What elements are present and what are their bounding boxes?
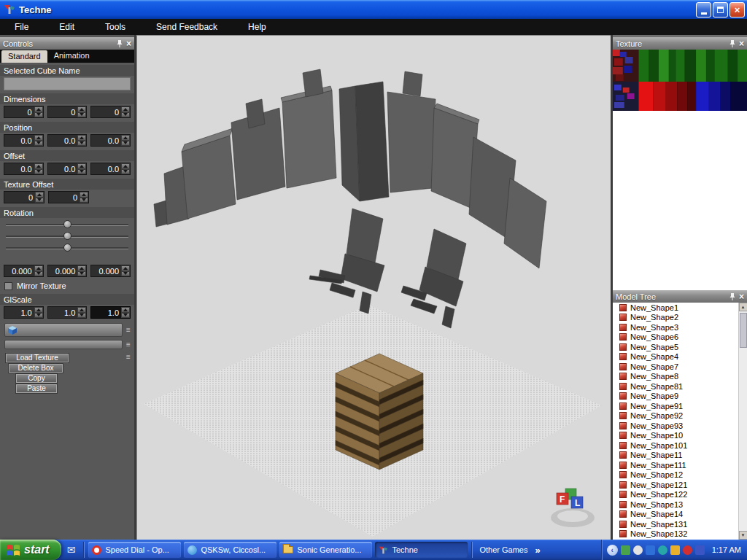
spinner-value[interactable]: 0.0: [4, 163, 34, 174]
spin-down-icon[interactable]: [121, 313, 130, 319]
spin-down-icon[interactable]: [77, 313, 86, 319]
numeric-spinner[interactable]: 1.0: [4, 306, 44, 319]
spinner-value[interactable]: 0: [4, 192, 35, 203]
model-tree-item[interactable]: New_Shape92: [613, 411, 738, 421]
spinner-value[interactable]: 0.0: [91, 135, 121, 146]
menu-item[interactable]: Tools: [105, 22, 125, 32]
tray-icon-teal-app[interactable]: [658, 545, 667, 555]
model-tree-item[interactable]: New_Shape91: [613, 401, 738, 411]
model-tree-item[interactable]: New_Shape81: [613, 381, 738, 392]
spin-up-icon[interactable]: [121, 106, 130, 112]
spin-up-icon[interactable]: [34, 265, 43, 271]
rotation-slider-z[interactable]: [6, 241, 128, 253]
model-tree-item[interactable]: New_Shape10: [613, 431, 738, 441]
slider-thumb[interactable]: [63, 244, 71, 252]
spinner-value[interactable]: 1.0: [4, 307, 34, 318]
model-tree-item[interactable]: New_Shape122: [613, 490, 738, 500]
spinner-value[interactable]: 0: [4, 106, 34, 117]
model-tree-item[interactable]: New_Shape7: [613, 362, 738, 372]
model-tree-item[interactable]: New_Shape12: [613, 470, 738, 481]
spin-up-icon[interactable]: [77, 265, 86, 271]
delete-box-button[interactable]: Delete Box: [9, 364, 63, 373]
hide-icons-chevron[interactable]: ‹: [607, 545, 618, 556]
slider-thumb[interactable]: [63, 220, 71, 228]
spin-down-icon[interactable]: [77, 169, 86, 175]
model-tree-item[interactable]: New_Shape121: [613, 480, 738, 490]
drag-grip-icon[interactable]: ≡: [125, 341, 132, 349]
numeric-spinner[interactable]: 0: [48, 191, 89, 203]
numeric-spinner[interactable]: 0.0: [4, 163, 44, 175]
start-button[interactable]: start: [0, 540, 61, 560]
numeric-spinner[interactable]: 1.0: [47, 306, 88, 319]
pin-icon[interactable]: [729, 40, 735, 47]
numeric-spinner[interactable]: 0.0: [90, 134, 131, 147]
spin-down-icon[interactable]: [121, 271, 130, 277]
toolbar-overflow-chevron[interactable]: »: [535, 545, 540, 556]
spinner-value[interactable]: 0.0: [48, 135, 78, 146]
taskbar-toolbar-other-games[interactable]: Other Games »: [479, 545, 540, 556]
spin-down-icon[interactable]: [34, 271, 43, 277]
spinner-value[interactable]: 0.000: [4, 265, 34, 276]
spin-down-icon[interactable]: [35, 198, 44, 203]
model-tree-item[interactable]: New_Shape5: [613, 342, 738, 352]
spinner-value[interactable]: 0: [48, 106, 78, 117]
paste-button[interactable]: Paste: [16, 384, 57, 393]
drag-grip-icon[interactable]: ≡: [125, 327, 132, 334]
model-tree-item[interactable]: New_Shape111: [613, 460, 738, 470]
model-tree-item[interactable]: New_Shape93: [613, 421, 738, 431]
close-panel-icon[interactable]: ×: [739, 39, 744, 48]
slider-thumb[interactable]: [63, 232, 71, 240]
texture-preview[interactable]: [613, 50, 747, 111]
numeric-spinner[interactable]: 0.0: [47, 163, 88, 175]
spin-down-icon[interactable]: [77, 141, 86, 147]
task-button-techne[interactable]: Techne: [375, 542, 468, 558]
load-texture-button[interactable]: Load Texture: [6, 354, 69, 362]
model-tree-scrollbar[interactable]: ▲ ▼: [738, 303, 747, 540]
numeric-spinner[interactable]: 0.0: [47, 134, 88, 147]
spin-down-icon[interactable]: [80, 198, 88, 203]
spin-up-icon[interactable]: [35, 192, 44, 198]
spin-up-icon[interactable]: [121, 135, 130, 141]
tab-standard[interactable]: Standard: [1, 50, 47, 63]
menu-item[interactable]: Help: [248, 22, 266, 32]
tray-icon-blue2-app[interactable]: [695, 545, 705, 555]
model-tree-item[interactable]: New_Shape8: [613, 372, 738, 382]
task-button-qsksw[interactable]: QSKSw, Ciccosl...: [184, 542, 276, 558]
spin-down-icon[interactable]: [34, 141, 43, 147]
model-tree-item[interactable]: New_Shape13: [613, 499, 738, 510]
menu-item[interactable]: Edit: [59, 22, 74, 32]
mail-icon[interactable]: ✉: [67, 544, 76, 556]
rotation-slider-y[interactable]: [6, 230, 128, 241]
spinner-value[interactable]: 1.0: [48, 307, 78, 318]
model-tree-item[interactable]: New_Shape131: [613, 519, 738, 529]
model-tree-item[interactable]: New_Shape3: [613, 322, 738, 332]
scroll-up-icon[interactable]: ▲: [739, 303, 747, 311]
numeric-spinner[interactable]: 0: [4, 191, 44, 203]
model-tree-item[interactable]: New_Shape9: [613, 392, 738, 402]
numeric-spinner[interactable]: 0.0: [4, 134, 44, 147]
model-tree-item[interactable]: New_Shape14: [613, 510, 738, 520]
model-tree-item[interactable]: New_Shape1: [613, 303, 738, 313]
model-tree-item[interactable]: New_Shape2: [613, 313, 738, 323]
spin-down-icon[interactable]: [34, 169, 43, 175]
wood-cube[interactable]: [336, 354, 423, 470]
spin-up-icon[interactable]: [77, 163, 86, 169]
tray-icon-red-app[interactable]: [683, 545, 692, 555]
spin-up-icon[interactable]: [77, 106, 86, 112]
numeric-spinner[interactable]: 0.0: [90, 163, 131, 175]
close-icon[interactable]: ×: [729, 2, 745, 18]
model-tree-item[interactable]: New_Shape4: [613, 352, 738, 362]
spinner-value[interactable]: 0: [49, 192, 80, 203]
spin-down-icon[interactable]: [77, 112, 86, 118]
cube-tool-dropdown[interactable]: [4, 323, 123, 337]
spinner-value[interactable]: 0: [91, 106, 121, 117]
minimize-icon[interactable]: [696, 2, 711, 18]
close-panel-icon[interactable]: ×: [126, 39, 131, 48]
spin-down-icon[interactable]: [121, 141, 130, 147]
spin-up-icon[interactable]: [121, 163, 130, 169]
numeric-spinner[interactable]: 1.0: [90, 306, 131, 319]
tray-icon-blue-app[interactable]: [646, 545, 655, 555]
tray-icon-green-app[interactable]: [621, 545, 630, 555]
spin-down-icon[interactable]: [77, 271, 86, 277]
rotation-slider-x[interactable]: [6, 218, 128, 230]
